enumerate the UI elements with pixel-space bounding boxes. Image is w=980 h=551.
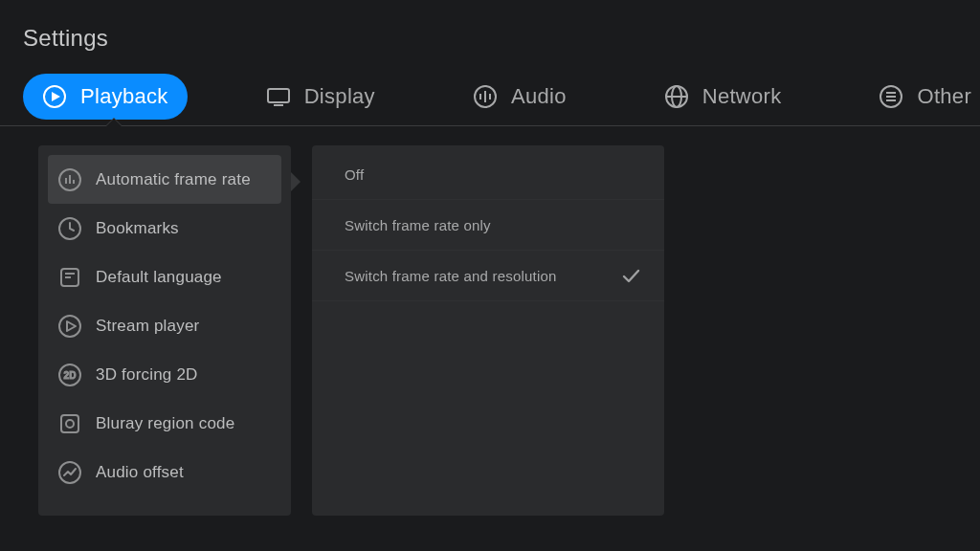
sidebar-item-label: Bookmarks <box>96 219 179 238</box>
tab-playback[interactable]: Playback <box>23 74 188 120</box>
disc-icon <box>57 411 82 436</box>
tab-network[interactable]: Network <box>645 74 801 120</box>
chart-offset-icon <box>57 460 82 485</box>
panel-spacer <box>312 301 664 512</box>
page-title: Settings <box>0 0 980 52</box>
2d-badge-icon: 2D <box>57 363 82 387</box>
active-tab-pointer-icon <box>105 118 122 126</box>
sidebar-item-audio-offset[interactable]: Audio offset <box>48 448 281 496</box>
audio-bars-icon <box>473 84 498 109</box>
sidebar-item-label: Stream player <box>96 317 199 336</box>
sidebar-item-stream-player[interactable]: Stream player <box>48 301 281 350</box>
language-icon <box>57 265 82 290</box>
sidebar-item-default-language[interactable]: Default language <box>48 253 281 301</box>
playback-settings-list: Automatic frame rate Bookmarks Default l… <box>38 145 291 516</box>
globe-icon <box>664 84 689 109</box>
sidebar-item-bookmarks[interactable]: Bookmarks <box>48 204 281 253</box>
option-switch-rate[interactable]: Switch frame rate only <box>312 200 664 251</box>
option-label: Off <box>345 166 364 183</box>
svg-rect-25 <box>61 415 78 432</box>
tab-label: Audio <box>511 84 567 109</box>
svg-text:2D: 2D <box>63 370 76 381</box>
tab-label: Network <box>702 84 782 109</box>
option-label: Switch frame rate and resolution <box>345 268 557 284</box>
tab-label: Playback <box>80 84 168 109</box>
sidebar-item-label: Automatic frame rate <box>96 170 251 189</box>
option-switch-rate-res[interactable]: Switch frame rate and resolution <box>312 251 664 301</box>
play-circle-icon <box>42 84 67 109</box>
sidebar-item-auto-frame-rate[interactable]: Automatic frame rate <box>48 155 281 204</box>
sidebar-item-label: 3D forcing 2D <box>96 365 198 385</box>
monitor-icon <box>266 84 291 109</box>
frame-rate-options-panel: Off Switch frame rate only Switch frame … <box>312 145 664 516</box>
panel-pointer-icon <box>291 172 301 191</box>
sidebar-item-label: Audio offset <box>96 463 184 482</box>
option-label: Switch frame rate only <box>345 217 491 233</box>
play-circle-icon <box>57 314 82 339</box>
sidebar-item-label: Default language <box>96 268 222 287</box>
tab-label: Other <box>917 84 971 109</box>
tab-other[interactable]: Other <box>859 74 980 120</box>
tab-audio[interactable]: Audio <box>454 74 586 120</box>
list-icon <box>879 84 903 109</box>
check-icon <box>620 265 641 286</box>
option-off[interactable]: Off <box>312 149 664 200</box>
svg-point-22 <box>59 316 80 337</box>
settings-content: Automatic frame rate Bookmarks Default l… <box>0 126 980 516</box>
sidebar-item-3d-forcing-2d[interactable]: 2D 3D forcing 2D <box>48 350 281 399</box>
settings-tabs: Playback Display Audio Network Other <box>0 67 980 126</box>
sidebar-item-bluray-region[interactable]: Bluray region code <box>48 399 281 448</box>
svg-rect-1 <box>268 89 289 102</box>
sidebar-item-label: Bluray region code <box>96 414 234 433</box>
clock-icon <box>57 216 82 241</box>
tab-label: Display <box>304 84 375 109</box>
svg-point-26 <box>66 420 74 428</box>
tab-display[interactable]: Display <box>247 74 394 120</box>
bars-circle-icon <box>57 167 82 192</box>
